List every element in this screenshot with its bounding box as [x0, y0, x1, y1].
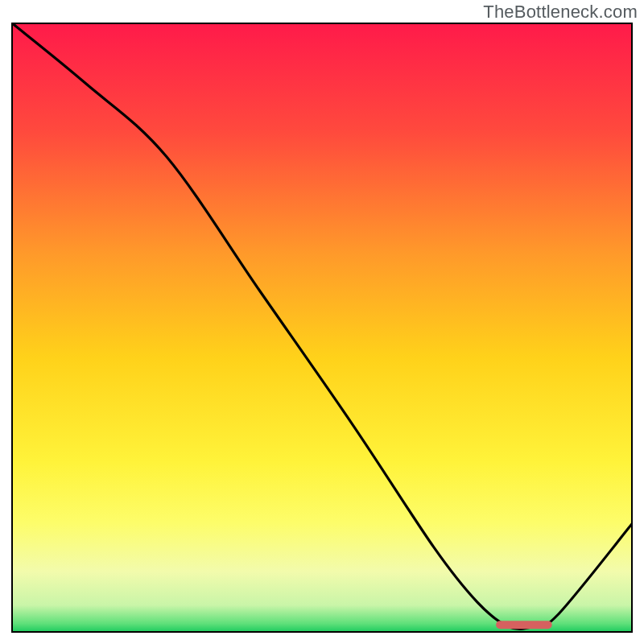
plot-area: [11, 23, 633, 633]
chart-container: TheBottleneck.com: [0, 0, 644, 644]
watermark-text: TheBottleneck.com: [483, 2, 638, 23]
optimal-range-marker: [496, 621, 551, 629]
gradient-background: [11, 23, 633, 633]
bottleneck-chart: [11, 23, 633, 633]
